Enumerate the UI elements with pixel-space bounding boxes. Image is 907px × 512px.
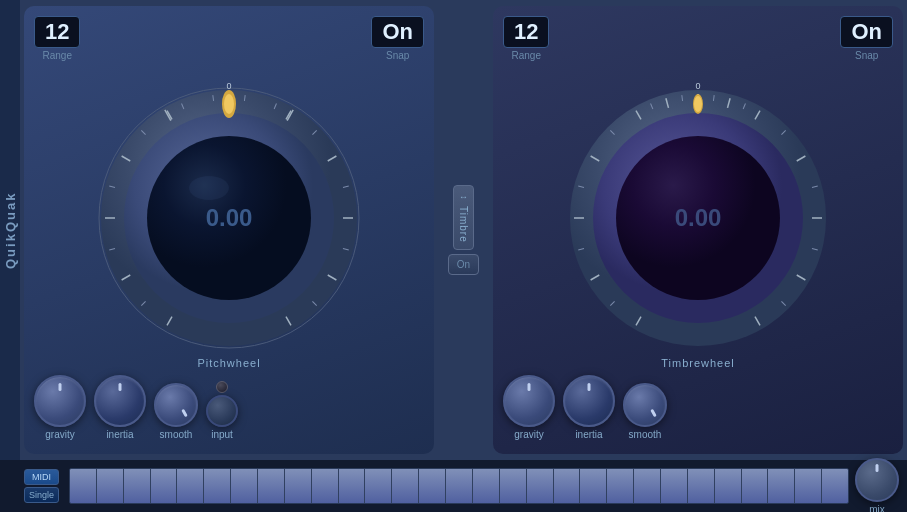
right-range-group: 12 Range xyxy=(503,16,549,61)
left-snap-display[interactable]: On xyxy=(371,16,424,48)
single-button[interactable]: Single xyxy=(24,487,59,503)
left-gravity-label: gravity xyxy=(45,429,74,440)
right-smooth-label: smooth xyxy=(629,429,662,440)
main-container: QuikQuak 12 Range On Snap xyxy=(0,0,907,460)
mix-label: mix xyxy=(869,504,885,513)
brand-label: QuikQuak xyxy=(0,0,20,460)
left-snap-label: Snap xyxy=(386,50,409,61)
left-smooth-group: smooth xyxy=(154,383,198,440)
left-range-display[interactable]: 12 xyxy=(34,16,80,48)
right-wheel-svg[interactable]: 0 +1 -1 +2 -2 +3 -3 +4 -4 +5 -5 +6 -6 0.… xyxy=(558,78,838,358)
right-bottom-controls: gravity inertia smooth xyxy=(503,371,893,444)
right-inertia-knob[interactable] xyxy=(563,375,615,427)
svg-text:0.00: 0.00 xyxy=(675,204,722,231)
left-gravity-knob[interactable] xyxy=(34,375,86,427)
left-snap-group: On Snap xyxy=(371,16,424,61)
right-smooth-group: smooth xyxy=(623,383,667,440)
mix-group: mix xyxy=(855,458,899,513)
left-wheel-label: Pitchwheel xyxy=(197,357,260,369)
left-input-label: input xyxy=(211,429,233,440)
svg-text:0: 0 xyxy=(226,81,231,91)
on-button[interactable]: On xyxy=(448,254,479,275)
right-wheel-label: Timbrewheel xyxy=(661,357,735,369)
piano-keyboard[interactable] xyxy=(69,468,849,504)
left-range-label: Range xyxy=(43,50,72,61)
left-mode-controls: MIDI Single xyxy=(24,469,59,503)
right-snap-group: On Snap xyxy=(840,16,893,61)
mix-knob[interactable] xyxy=(855,458,899,502)
right-inertia-label: inertia xyxy=(575,429,602,440)
left-input-knob[interactable] xyxy=(206,395,238,427)
left-smooth-knob[interactable] xyxy=(154,383,198,427)
right-range-display[interactable]: 12 xyxy=(503,16,549,48)
right-snap-display[interactable]: On xyxy=(840,16,893,48)
svg-text:0.00: 0.00 xyxy=(206,204,253,231)
left-input-group: input xyxy=(206,381,238,440)
left-panel-top: 12 Range On Snap xyxy=(34,16,424,61)
right-gravity-knob[interactable] xyxy=(503,375,555,427)
left-smooth-label: smooth xyxy=(160,429,193,440)
right-gravity-group: gravity xyxy=(503,375,555,440)
timbre-button[interactable]: ↔ Timbre xyxy=(453,185,474,250)
left-wheel-svg[interactable]: 0 +1 -1 +2 -2 +3 -3 +4 -4 +5 -5 +6 -6 0.… xyxy=(89,78,369,358)
left-inertia-label: inertia xyxy=(106,429,133,440)
bottom-bar: MIDI Single xyxy=(0,460,907,512)
left-inertia-knob[interactable] xyxy=(94,375,146,427)
svg-point-88 xyxy=(694,96,702,112)
right-panel-top: 12 Range On Snap xyxy=(503,16,893,61)
left-bottom-controls: gravity inertia smooth input xyxy=(34,371,424,444)
left-gravity-group: gravity xyxy=(34,375,86,440)
right-panel: 12 Range On Snap xyxy=(493,6,903,454)
left-panel: 12 Range On Snap xyxy=(24,6,434,454)
right-smooth-knob[interactable] xyxy=(623,383,667,427)
left-wheel-container: 0 +1 -1 +2 -2 +3 -3 +4 -4 +5 -5 +6 -6 0.… xyxy=(34,65,424,371)
svg-point-43 xyxy=(224,94,234,114)
left-input-mini-knob[interactable] xyxy=(216,381,228,393)
panel-divider: ↔ Timbre On xyxy=(436,0,491,460)
svg-point-45 xyxy=(189,176,229,200)
midi-button[interactable]: MIDI xyxy=(24,469,59,485)
svg-text:0: 0 xyxy=(695,81,700,91)
timbre-label: Timbre xyxy=(458,206,469,243)
left-range-group: 12 Range xyxy=(34,16,80,61)
right-snap-label: Snap xyxy=(855,50,878,61)
right-range-label: Range xyxy=(512,50,541,61)
right-gravity-label: gravity xyxy=(514,429,543,440)
right-inertia-group: inertia xyxy=(563,375,615,440)
right-wheel-container: 0 +1 -1 +2 -2 +3 -3 +4 -4 +5 -5 +6 -6 0.… xyxy=(503,65,893,371)
left-inertia-group: inertia xyxy=(94,375,146,440)
